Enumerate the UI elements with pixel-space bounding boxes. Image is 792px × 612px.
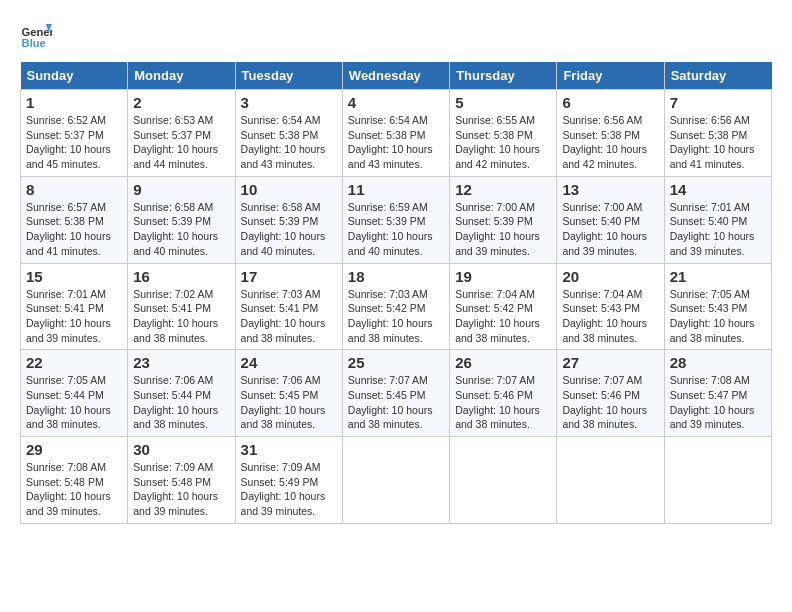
table-row: 20Sunrise: 7:04 AMSunset: 5:43 PMDayligh… [557,263,664,350]
table-row [664,437,771,524]
header-friday: Friday [557,62,664,90]
day-number: 17 [241,268,337,285]
table-row: 18Sunrise: 7:03 AMSunset: 5:42 PMDayligh… [342,263,449,350]
svg-text:Blue: Blue [22,37,46,49]
day-number: 16 [133,268,229,285]
table-row: 15Sunrise: 7:01 AMSunset: 5:41 PMDayligh… [21,263,128,350]
table-row: 26Sunrise: 7:07 AMSunset: 5:46 PMDayligh… [450,350,557,437]
day-number: 25 [348,354,444,371]
table-row: 22Sunrise: 7:05 AMSunset: 5:44 PMDayligh… [21,350,128,437]
table-row: 21Sunrise: 7:05 AMSunset: 5:43 PMDayligh… [664,263,771,350]
day-number: 2 [133,94,229,111]
table-row: 29Sunrise: 7:08 AMSunset: 5:48 PMDayligh… [21,437,128,524]
day-number: 28 [670,354,766,371]
table-row: 12Sunrise: 7:00 AMSunset: 5:39 PMDayligh… [450,176,557,263]
day-number: 12 [455,181,551,198]
day-number: 1 [26,94,122,111]
day-info: Sunrise: 6:58 AMSunset: 5:39 PMDaylight:… [133,200,229,259]
calendar-table: Sunday Monday Tuesday Wednesday Thursday… [20,62,772,524]
day-number: 4 [348,94,444,111]
page-header: General Blue [20,20,772,52]
table-row: 6Sunrise: 6:56 AMSunset: 5:38 PMDaylight… [557,90,664,177]
day-number: 11 [348,181,444,198]
table-row: 5Sunrise: 6:55 AMSunset: 5:38 PMDaylight… [450,90,557,177]
day-info: Sunrise: 7:08 AMSunset: 5:47 PMDaylight:… [670,373,766,432]
day-info: Sunrise: 7:05 AMSunset: 5:44 PMDaylight:… [26,373,122,432]
day-info: Sunrise: 7:07 AMSunset: 5:46 PMDaylight:… [562,373,658,432]
header-saturday: Saturday [664,62,771,90]
day-number: 7 [670,94,766,111]
day-number: 30 [133,441,229,458]
day-info: Sunrise: 6:58 AMSunset: 5:39 PMDaylight:… [241,200,337,259]
day-info: Sunrise: 7:00 AMSunset: 5:39 PMDaylight:… [455,200,551,259]
day-number: 21 [670,268,766,285]
calendar-header-row: Sunday Monday Tuesday Wednesday Thursday… [21,62,772,90]
table-row: 3Sunrise: 6:54 AMSunset: 5:38 PMDaylight… [235,90,342,177]
calendar-week-row: 22Sunrise: 7:05 AMSunset: 5:44 PMDayligh… [21,350,772,437]
day-number: 31 [241,441,337,458]
table-row: 14Sunrise: 7:01 AMSunset: 5:40 PMDayligh… [664,176,771,263]
header-tuesday: Tuesday [235,62,342,90]
day-info: Sunrise: 7:01 AMSunset: 5:41 PMDaylight:… [26,287,122,346]
day-info: Sunrise: 7:03 AMSunset: 5:41 PMDaylight:… [241,287,337,346]
table-row: 31Sunrise: 7:09 AMSunset: 5:49 PMDayligh… [235,437,342,524]
day-info: Sunrise: 7:02 AMSunset: 5:41 PMDaylight:… [133,287,229,346]
header-thursday: Thursday [450,62,557,90]
day-info: Sunrise: 6:57 AMSunset: 5:38 PMDaylight:… [26,200,122,259]
day-info: Sunrise: 7:01 AMSunset: 5:40 PMDaylight:… [670,200,766,259]
calendar-week-row: 8Sunrise: 6:57 AMSunset: 5:38 PMDaylight… [21,176,772,263]
table-row: 27Sunrise: 7:07 AMSunset: 5:46 PMDayligh… [557,350,664,437]
table-row [342,437,449,524]
day-number: 3 [241,94,337,111]
day-info: Sunrise: 7:09 AMSunset: 5:49 PMDaylight:… [241,460,337,519]
table-row: 10Sunrise: 6:58 AMSunset: 5:39 PMDayligh… [235,176,342,263]
day-info: Sunrise: 6:53 AMSunset: 5:37 PMDaylight:… [133,113,229,172]
day-info: Sunrise: 7:00 AMSunset: 5:40 PMDaylight:… [562,200,658,259]
day-info: Sunrise: 7:06 AMSunset: 5:45 PMDaylight:… [241,373,337,432]
day-number: 18 [348,268,444,285]
day-number: 27 [562,354,658,371]
table-row: 30Sunrise: 7:09 AMSunset: 5:48 PMDayligh… [128,437,235,524]
day-info: Sunrise: 7:04 AMSunset: 5:43 PMDaylight:… [562,287,658,346]
table-row: 11Sunrise: 6:59 AMSunset: 5:39 PMDayligh… [342,176,449,263]
logo: General Blue [20,20,58,52]
day-number: 19 [455,268,551,285]
table-row: 19Sunrise: 7:04 AMSunset: 5:42 PMDayligh… [450,263,557,350]
day-info: Sunrise: 6:59 AMSunset: 5:39 PMDaylight:… [348,200,444,259]
day-info: Sunrise: 7:09 AMSunset: 5:48 PMDaylight:… [133,460,229,519]
day-number: 10 [241,181,337,198]
day-info: Sunrise: 6:56 AMSunset: 5:38 PMDaylight:… [562,113,658,172]
day-number: 8 [26,181,122,198]
table-row: 7Sunrise: 6:56 AMSunset: 5:38 PMDaylight… [664,90,771,177]
calendar-week-row: 29Sunrise: 7:08 AMSunset: 5:48 PMDayligh… [21,437,772,524]
table-row: 13Sunrise: 7:00 AMSunset: 5:40 PMDayligh… [557,176,664,263]
day-info: Sunrise: 7:07 AMSunset: 5:46 PMDaylight:… [455,373,551,432]
day-info: Sunrise: 7:05 AMSunset: 5:43 PMDaylight:… [670,287,766,346]
table-row: 16Sunrise: 7:02 AMSunset: 5:41 PMDayligh… [128,263,235,350]
table-row: 28Sunrise: 7:08 AMSunset: 5:47 PMDayligh… [664,350,771,437]
table-row: 23Sunrise: 7:06 AMSunset: 5:44 PMDayligh… [128,350,235,437]
header-sunday: Sunday [21,62,128,90]
day-number: 29 [26,441,122,458]
table-row: 1Sunrise: 6:52 AMSunset: 5:37 PMDaylight… [21,90,128,177]
table-row: 25Sunrise: 7:07 AMSunset: 5:45 PMDayligh… [342,350,449,437]
day-number: 14 [670,181,766,198]
table-row: 2Sunrise: 6:53 AMSunset: 5:37 PMDaylight… [128,90,235,177]
day-info: Sunrise: 7:04 AMSunset: 5:42 PMDaylight:… [455,287,551,346]
day-info: Sunrise: 6:56 AMSunset: 5:38 PMDaylight:… [670,113,766,172]
calendar-week-row: 1Sunrise: 6:52 AMSunset: 5:37 PMDaylight… [21,90,772,177]
day-number: 9 [133,181,229,198]
day-info: Sunrise: 6:54 AMSunset: 5:38 PMDaylight:… [241,113,337,172]
calendar-week-row: 15Sunrise: 7:01 AMSunset: 5:41 PMDayligh… [21,263,772,350]
logo-icon: General Blue [20,20,52,52]
day-info: Sunrise: 7:03 AMSunset: 5:42 PMDaylight:… [348,287,444,346]
day-info: Sunrise: 7:06 AMSunset: 5:44 PMDaylight:… [133,373,229,432]
day-number: 15 [26,268,122,285]
header-wednesday: Wednesday [342,62,449,90]
day-info: Sunrise: 6:55 AMSunset: 5:38 PMDaylight:… [455,113,551,172]
day-number: 5 [455,94,551,111]
day-number: 20 [562,268,658,285]
day-number: 23 [133,354,229,371]
table-row: 4Sunrise: 6:54 AMSunset: 5:38 PMDaylight… [342,90,449,177]
table-row: 8Sunrise: 6:57 AMSunset: 5:38 PMDaylight… [21,176,128,263]
